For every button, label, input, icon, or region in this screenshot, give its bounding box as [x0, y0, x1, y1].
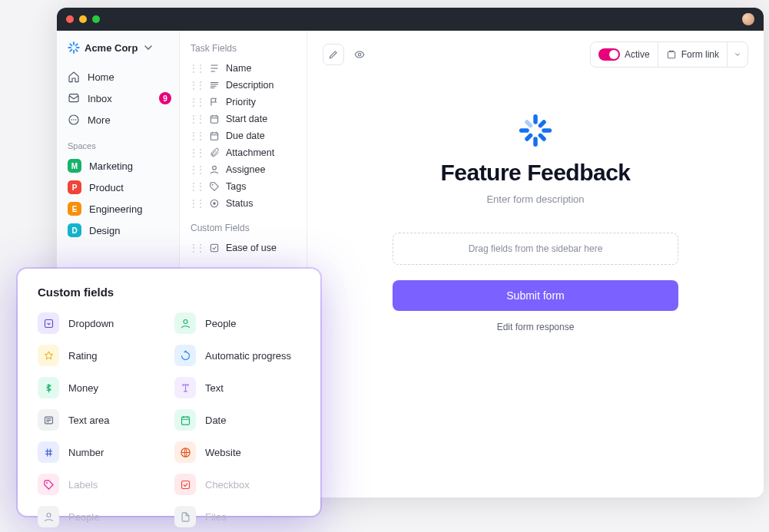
space-label: Product — [89, 182, 124, 193]
edit-form-response-link[interactable]: Edit form response — [497, 322, 575, 332]
space-badge-icon: E — [68, 202, 81, 216]
attachment-icon — [209, 147, 220, 158]
window-controls — [66, 15, 100, 23]
form-description[interactable]: Enter form description — [486, 193, 584, 205]
nav-inbox[interactable]: Inbox 9 — [65, 88, 171, 109]
field-label: Ease of use — [226, 243, 277, 253]
custom-field-type-date[interactable]: Date — [174, 409, 300, 431]
form-active-toggle[interactable]: Active — [591, 42, 658, 67]
drag-handle-icon: ⋮⋮ — [189, 198, 203, 209]
sidebar-space-product[interactable]: PProduct — [65, 177, 171, 198]
drag-handle-icon: ⋮⋮ — [189, 243, 203, 253]
drag-handle-icon: ⋮⋮ — [189, 114, 203, 124]
eye-icon — [354, 49, 365, 60]
svg-rect-32 — [181, 417, 189, 425]
spaces-list: MMarketingPProductEEngineeringDDesign — [65, 155, 171, 241]
people-icon — [174, 312, 196, 334]
svg-line-6 — [76, 44, 78, 45]
money-icon — [38, 377, 59, 398]
svg-line-5 — [76, 50, 78, 51]
space-badge-icon: M — [68, 159, 81, 173]
custom-field-type-people[interactable]: People — [38, 506, 164, 527]
custom-field-type-progress[interactable]: Automatic progress — [174, 345, 300, 366]
svg-line-7 — [70, 50, 71, 51]
form-title[interactable]: Feature Feedback — [440, 160, 630, 186]
maximize-window-button[interactable] — [92, 15, 100, 23]
drag-handle-icon: ⋮⋮ — [189, 147, 203, 158]
task-field-tags[interactable]: ⋮⋮Tags — [186, 178, 300, 195]
preview-button[interactable] — [349, 44, 370, 65]
sidebar-space-design[interactable]: DDesign — [65, 220, 171, 241]
custom-field-type-number[interactable]: Number — [38, 441, 164, 463]
task-field-attachment[interactable]: ⋮⋮Attachment — [186, 144, 300, 161]
drag-handle-icon: ⋮⋮ — [189, 80, 203, 91]
form-link-button[interactable]: Form link — [658, 42, 728, 67]
dropzone-hint: Drag fields from the sidebar here — [469, 243, 603, 254]
svg-line-28 — [527, 122, 531, 126]
chevron-down-icon — [142, 41, 154, 54]
task-field-start-date[interactable]: ⋮⋮Start date — [186, 111, 300, 127]
user-avatar[interactable] — [742, 13, 754, 25]
task-field-due-date[interactable]: ⋮⋮Due date — [186, 127, 300, 144]
custom-field-type-money[interactable]: Money — [38, 377, 164, 398]
custom-field-type-files[interactable]: Files — [174, 506, 300, 527]
svg-rect-29 — [45, 319, 52, 327]
description-icon — [209, 80, 220, 91]
custom-field-item[interactable]: ⋮⋮Ease of use — [186, 240, 300, 256]
drag-handle-icon: ⋮⋮ — [189, 63, 203, 74]
field-label: Assignee — [226, 164, 265, 175]
assignee-icon — [209, 164, 220, 175]
task-field-priority[interactable]: ⋮⋮Priority — [186, 94, 300, 111]
custom-field-type-label: Website — [205, 447, 241, 458]
custom-field-type-label: Automatic progress — [205, 350, 291, 362]
field-label: Description — [226, 80, 274, 91]
task-field-assignee[interactable]: ⋮⋮Assignee — [186, 161, 300, 178]
home-icon — [68, 71, 80, 83]
svg-point-11 — [75, 119, 77, 121]
custom-field-type-people[interactable]: People — [174, 312, 300, 334]
workspace-name: Acme Corp — [85, 42, 138, 54]
nav-home[interactable]: Home — [65, 66, 171, 88]
labels-icon — [38, 474, 59, 495]
edit-mode-button[interactable] — [323, 44, 344, 65]
toggle-switch-icon — [598, 48, 620, 61]
spaces-header: Spaces — [65, 131, 171, 155]
minimize-window-button[interactable] — [79, 15, 87, 23]
field-label: Attachment — [226, 147, 274, 158]
form-link-dropdown[interactable] — [728, 42, 747, 67]
nav-more[interactable]: More — [65, 109, 171, 131]
custom-field-type-label: Dropdown — [68, 318, 114, 329]
close-window-button[interactable] — [66, 15, 74, 23]
status-icon — [209, 198, 220, 209]
custom-field-type-checkbox[interactable]: Checkbox — [174, 474, 300, 495]
custom-fields-inline-list: ⋮⋮Ease of use — [186, 240, 300, 256]
sidebar-space-engineering[interactable]: EEngineering — [65, 198, 171, 220]
form-dropzone[interactable]: Drag fields from the sidebar here — [393, 233, 678, 265]
submit-form-button[interactable]: Submit form — [393, 280, 678, 311]
custom-field-type-website[interactable]: Website — [174, 441, 300, 463]
custom-field-type-textarea[interactable]: Text area — [38, 409, 164, 431]
task-field-status[interactable]: ⋮⋮Status — [186, 195, 300, 212]
custom-fields-panel-title: Custom fields — [38, 286, 300, 299]
workspace-switcher[interactable]: Acme Corp — [65, 40, 171, 55]
sidebar-space-marketing[interactable]: MMarketing — [65, 155, 171, 177]
svg-line-24 — [540, 135, 544, 139]
task-field-name[interactable]: ⋮⋮Name — [186, 60, 300, 77]
chevron-down-icon — [734, 51, 741, 58]
form-logo[interactable] — [519, 114, 552, 147]
custom-field-type-dropdown[interactable]: Dropdown — [38, 312, 164, 334]
custom-field-type-text[interactable]: Text — [174, 377, 300, 398]
custom-field-type-label: Money — [68, 382, 98, 394]
svg-point-17 — [213, 202, 216, 205]
tags-icon — [209, 181, 220, 192]
form-toolbar: Active Form link — [323, 41, 748, 68]
field-label: Priority — [226, 97, 256, 107]
drag-handle-icon: ⋮⋮ — [189, 181, 203, 192]
space-badge-icon: P — [68, 180, 81, 194]
custom-field-type-star[interactable]: Rating — [38, 345, 164, 366]
custom-field-type-labels[interactable]: Labels — [38, 474, 164, 495]
start-date-icon — [209, 114, 220, 124]
inbox-icon — [68, 92, 80, 104]
custom-fields-header: Custom Fields — [186, 212, 300, 240]
task-field-description[interactable]: ⋮⋮Description — [186, 77, 300, 94]
